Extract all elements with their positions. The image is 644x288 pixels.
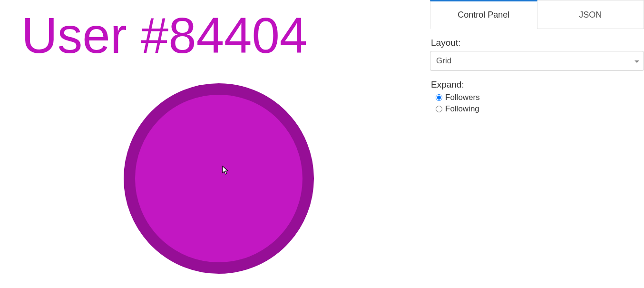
radio-following-input[interactable]: [436, 106, 442, 112]
tab-label: Control Panel: [458, 10, 509, 20]
layout-label: Layout:: [430, 38, 644, 48]
tab-json[interactable]: JSON: [537, 0, 644, 29]
tab-label: JSON: [579, 10, 602, 20]
expand-radio-group: Followers Following: [430, 93, 644, 114]
radio-following-label: Following: [445, 104, 479, 114]
expand-label: Expand:: [430, 79, 644, 90]
node-label: User #84404: [21, 10, 307, 60]
layout-select[interactable]: Grid: [430, 51, 644, 71]
panel-body: Layout: Grid Expand: Followers Follo: [430, 29, 644, 114]
layout-select-wrap: Grid: [430, 51, 644, 71]
tab-control-panel[interactable]: Control Panel: [430, 0, 537, 29]
layout-select-value: Grid: [436, 56, 451, 65]
radio-followers[interactable]: Followers: [436, 93, 644, 102]
radio-following[interactable]: Following: [436, 104, 644, 114]
layout-group: Layout: Grid: [430, 38, 644, 71]
tab-row: Control Panel JSON: [430, 0, 644, 29]
radio-followers-input[interactable]: [436, 94, 442, 101]
graph-canvas[interactable]: User #84404: [0, 0, 430, 288]
side-panel: Control Panel JSON Layout: Grid Expand:: [430, 0, 644, 288]
radio-followers-label: Followers: [445, 93, 480, 102]
graph-node[interactable]: [124, 83, 314, 274]
expand-group: Expand: Followers Following: [430, 79, 644, 114]
